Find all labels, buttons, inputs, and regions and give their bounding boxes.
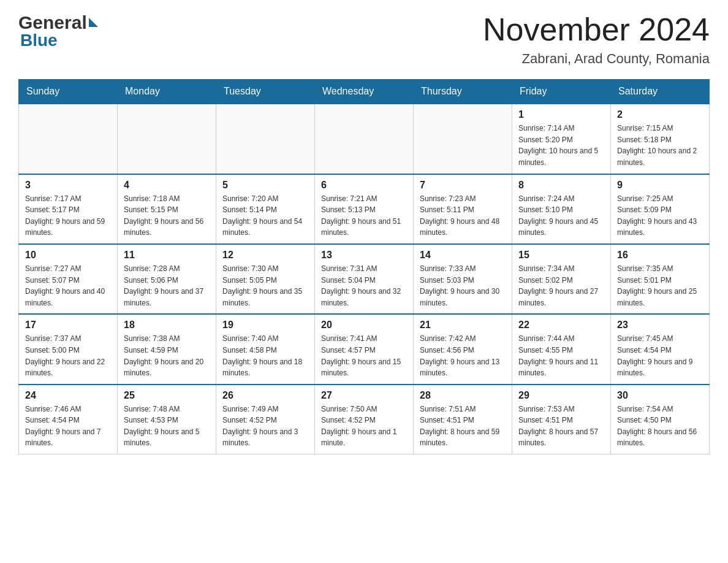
day-of-week-header: Friday (512, 80, 611, 104)
title-section: November 2024 Zabrani, Arad County, Roma… (483, 12, 710, 67)
day-number: 13 (321, 250, 407, 261)
calendar-day-cell (315, 104, 414, 174)
day-info: Sunrise: 7:35 AMSunset: 5:01 PMDaylight:… (617, 263, 703, 308)
calendar-day-cell (19, 104, 118, 174)
day-info: Sunrise: 7:37 AMSunset: 5:00 PMDaylight:… (25, 333, 111, 378)
calendar-title: November 2024 (483, 12, 710, 47)
day-info: Sunrise: 7:45 AMSunset: 4:54 PMDaylight:… (617, 333, 703, 378)
day-number: 5 (222, 180, 308, 191)
calendar-header-row: SundayMondayTuesdayWednesdayThursdayFrid… (19, 80, 710, 104)
day-info: Sunrise: 7:24 AMSunset: 5:10 PMDaylight:… (518, 193, 604, 239)
calendar-week-row: 10Sunrise: 7:27 AMSunset: 5:07 PMDayligh… (19, 244, 710, 314)
day-of-week-header: Saturday (611, 80, 710, 104)
day-number: 19 (222, 320, 308, 331)
day-info: Sunrise: 7:49 AMSunset: 4:52 PMDaylight:… (222, 404, 308, 449)
day-info: Sunrise: 7:48 AMSunset: 4:53 PMDaylight:… (124, 404, 210, 449)
calendar-day-cell: 1Sunrise: 7:14 AMSunset: 5:20 PMDaylight… (512, 104, 611, 174)
day-number: 17 (25, 320, 111, 331)
day-number: 22 (518, 320, 604, 331)
calendar-day-cell: 8Sunrise: 7:24 AMSunset: 5:10 PMDaylight… (512, 174, 611, 244)
day-number: 2 (617, 109, 703, 120)
calendar-day-cell: 21Sunrise: 7:42 AMSunset: 4:56 PMDayligh… (414, 314, 512, 384)
day-info: Sunrise: 7:34 AMSunset: 5:02 PMDaylight:… (518, 263, 604, 308)
day-number: 20 (321, 320, 407, 331)
day-info: Sunrise: 7:46 AMSunset: 4:54 PMDaylight:… (25, 404, 111, 449)
logo-blue-text: Blue (20, 31, 58, 50)
logo-general-text: General (18, 12, 87, 33)
day-number: 4 (124, 180, 210, 191)
day-number: 16 (617, 250, 703, 261)
calendar-day-cell: 9Sunrise: 7:25 AMSunset: 5:09 PMDaylight… (611, 174, 710, 244)
calendar-day-cell: 23Sunrise: 7:45 AMSunset: 4:54 PMDayligh… (611, 314, 710, 384)
day-info: Sunrise: 7:30 AMSunset: 5:05 PMDaylight:… (222, 263, 308, 308)
day-number: 26 (222, 390, 308, 401)
calendar-day-cell: 12Sunrise: 7:30 AMSunset: 5:05 PMDayligh… (216, 244, 315, 314)
day-number: 28 (420, 390, 506, 401)
day-info: Sunrise: 7:17 AMSunset: 5:17 PMDaylight:… (25, 193, 111, 239)
day-number: 30 (617, 390, 703, 401)
calendar-day-cell: 4Sunrise: 7:18 AMSunset: 5:15 PMDaylight… (118, 174, 216, 244)
day-number: 11 (124, 250, 210, 261)
day-info: Sunrise: 7:20 AMSunset: 5:14 PMDaylight:… (222, 193, 308, 239)
calendar-day-cell: 28Sunrise: 7:51 AMSunset: 4:51 PMDayligh… (414, 385, 512, 454)
day-number: 12 (222, 250, 308, 261)
day-info: Sunrise: 7:50 AMSunset: 4:52 PMDaylight:… (321, 404, 407, 449)
day-info: Sunrise: 7:23 AMSunset: 5:11 PMDaylight:… (420, 193, 506, 239)
calendar-day-cell: 26Sunrise: 7:49 AMSunset: 4:52 PMDayligh… (216, 385, 315, 454)
day-number: 24 (25, 390, 111, 401)
day-number: 10 (25, 250, 111, 261)
calendar-day-cell: 10Sunrise: 7:27 AMSunset: 5:07 PMDayligh… (19, 244, 118, 314)
calendar-day-cell (118, 104, 216, 174)
calendar-table: SundayMondayTuesdayWednesdayThursdayFrid… (18, 79, 710, 454)
calendar-week-row: 17Sunrise: 7:37 AMSunset: 5:00 PMDayligh… (19, 314, 710, 384)
day-info: Sunrise: 7:38 AMSunset: 4:59 PMDaylight:… (124, 333, 210, 378)
calendar-day-cell: 6Sunrise: 7:21 AMSunset: 5:13 PMDaylight… (315, 174, 414, 244)
calendar-day-cell: 30Sunrise: 7:54 AMSunset: 4:50 PMDayligh… (611, 385, 710, 454)
day-info: Sunrise: 7:15 AMSunset: 5:18 PMDaylight:… (617, 123, 703, 168)
calendar-day-cell: 25Sunrise: 7:48 AMSunset: 4:53 PMDayligh… (118, 385, 216, 454)
day-number: 27 (321, 390, 407, 401)
calendar-subtitle: Zabrani, Arad County, Romania (483, 51, 710, 67)
day-number: 14 (420, 250, 506, 261)
page-header: General Blue November 2024 Zabrani, Arad… (18, 12, 710, 67)
day-info: Sunrise: 7:25 AMSunset: 5:09 PMDaylight:… (617, 193, 703, 239)
logo-triangle-icon (89, 18, 98, 27)
calendar-day-cell: 13Sunrise: 7:31 AMSunset: 5:04 PMDayligh… (315, 244, 414, 314)
day-number: 7 (420, 180, 506, 191)
day-info: Sunrise: 7:27 AMSunset: 5:07 PMDaylight:… (25, 263, 111, 308)
calendar-day-cell: 3Sunrise: 7:17 AMSunset: 5:17 PMDaylight… (19, 174, 118, 244)
day-info: Sunrise: 7:14 AMSunset: 5:20 PMDaylight:… (518, 123, 604, 168)
calendar-week-row: 3Sunrise: 7:17 AMSunset: 5:17 PMDaylight… (19, 174, 710, 244)
calendar-day-cell: 27Sunrise: 7:50 AMSunset: 4:52 PMDayligh… (315, 385, 414, 454)
day-number: 23 (617, 320, 703, 331)
day-info: Sunrise: 7:33 AMSunset: 5:03 PMDaylight:… (420, 263, 506, 308)
calendar-day-cell: 2Sunrise: 7:15 AMSunset: 5:18 PMDaylight… (611, 104, 710, 174)
day-info: Sunrise: 7:44 AMSunset: 4:55 PMDaylight:… (518, 333, 604, 378)
day-number: 3 (25, 180, 111, 191)
day-info: Sunrise: 7:21 AMSunset: 5:13 PMDaylight:… (321, 193, 407, 239)
calendar-day-cell: 16Sunrise: 7:35 AMSunset: 5:01 PMDayligh… (611, 244, 710, 314)
calendar-day-cell: 19Sunrise: 7:40 AMSunset: 4:58 PMDayligh… (216, 314, 315, 384)
day-number: 15 (518, 250, 604, 261)
day-of-week-header: Wednesday (315, 80, 414, 104)
calendar-week-row: 24Sunrise: 7:46 AMSunset: 4:54 PMDayligh… (19, 385, 710, 454)
day-number: 21 (420, 320, 506, 331)
day-number: 18 (124, 320, 210, 331)
day-info: Sunrise: 7:40 AMSunset: 4:58 PMDaylight:… (222, 333, 308, 378)
day-of-week-header: Sunday (19, 80, 118, 104)
day-info: Sunrise: 7:53 AMSunset: 4:51 PMDaylight:… (518, 404, 604, 449)
calendar-day-cell: 17Sunrise: 7:37 AMSunset: 5:00 PMDayligh… (19, 314, 118, 384)
calendar-week-row: 1Sunrise: 7:14 AMSunset: 5:20 PMDaylight… (19, 104, 710, 174)
calendar-day-cell: 11Sunrise: 7:28 AMSunset: 5:06 PMDayligh… (118, 244, 216, 314)
day-number: 25 (124, 390, 210, 401)
day-number: 1 (518, 109, 604, 120)
day-info: Sunrise: 7:28 AMSunset: 5:06 PMDaylight:… (124, 263, 210, 308)
day-info: Sunrise: 7:54 AMSunset: 4:50 PMDaylight:… (617, 404, 703, 449)
calendar-day-cell: 5Sunrise: 7:20 AMSunset: 5:14 PMDaylight… (216, 174, 315, 244)
logo: General Blue (18, 12, 98, 50)
day-of-week-header: Tuesday (216, 80, 315, 104)
calendar-day-cell: 14Sunrise: 7:33 AMSunset: 5:03 PMDayligh… (414, 244, 512, 314)
day-number: 6 (321, 180, 407, 191)
calendar-day-cell: 22Sunrise: 7:44 AMSunset: 4:55 PMDayligh… (512, 314, 611, 384)
calendar-day-cell: 15Sunrise: 7:34 AMSunset: 5:02 PMDayligh… (512, 244, 611, 314)
